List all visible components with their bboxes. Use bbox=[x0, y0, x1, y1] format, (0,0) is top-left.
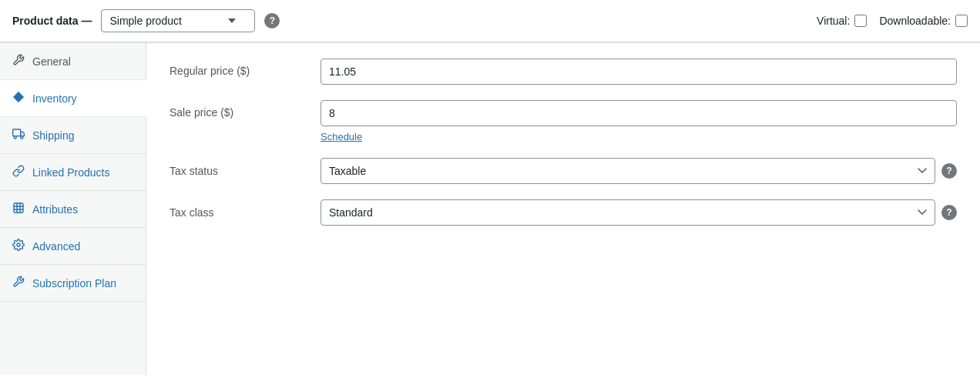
virtual-checkbox[interactable] bbox=[854, 15, 867, 27]
product-data-label: Product data — bbox=[12, 15, 92, 27]
sidebar-item-label: General bbox=[32, 55, 71, 68]
tax-status-label: Tax status bbox=[169, 165, 308, 177]
sidebar-item-subscription-plan[interactable]: Subscription Plan bbox=[0, 265, 146, 302]
sale-price-row: Sale price ($) Schedule bbox=[169, 100, 957, 142]
tax-class-select[interactable]: Standard Reduced rate Zero rate bbox=[321, 199, 935, 226]
regular-price-label: Regular price ($) bbox=[169, 59, 308, 77]
schedule-link[interactable]: Schedule bbox=[321, 131, 957, 142]
regular-price-input[interactable] bbox=[321, 59, 957, 85]
sidebar-item-shipping[interactable]: Shipping bbox=[0, 117, 146, 154]
sidebar-item-label: Shipping bbox=[32, 129, 75, 142]
sidebar-item-label: Advanced bbox=[32, 240, 80, 253]
tax-class-help-icon[interactable]: ? bbox=[941, 205, 957, 220]
tax-class-row: Tax class Standard Reduced rate Zero rat… bbox=[169, 199, 957, 226]
tax-status-select[interactable]: Taxable Shipping only None bbox=[321, 158, 935, 184]
regular-price-row: Regular price ($) bbox=[169, 59, 957, 85]
svg-point-3 bbox=[21, 136, 23, 139]
help-icon[interactable]: ? bbox=[264, 13, 280, 28]
virtual-downloadable-group: Virtual: Downloadable: bbox=[817, 15, 968, 27]
svg-point-9 bbox=[17, 243, 20, 246]
downloadable-checkbox-group: Downloadable: bbox=[879, 15, 968, 27]
content-area: Regular price ($) Sale price ($) Schedul… bbox=[146, 43, 980, 375]
product-data-header: Product data — Simple product ? Virtual:… bbox=[0, 0, 980, 42]
chevron-down-icon bbox=[228, 18, 236, 23]
sale-price-label: Sale price ($) bbox=[169, 100, 308, 119]
virtual-label: Virtual: bbox=[817, 15, 850, 27]
downloadable-checkbox[interactable] bbox=[955, 15, 968, 27]
sidebar-item-advanced[interactable]: Advanced bbox=[0, 228, 146, 265]
sale-price-input-wrap: Schedule bbox=[321, 100, 957, 142]
svg-rect-1 bbox=[13, 129, 21, 136]
tax-class-select-wrap: Standard Reduced rate Zero rate ? bbox=[321, 199, 957, 226]
svg-rect-4 bbox=[14, 203, 23, 213]
wrench-icon bbox=[12, 54, 25, 69]
sidebar-item-label: Inventory bbox=[32, 92, 77, 105]
svg-marker-0 bbox=[13, 92, 23, 102]
product-type-select[interactable]: Simple product bbox=[101, 9, 255, 32]
sidebar-item-linked-products[interactable]: Linked Products bbox=[0, 154, 146, 191]
tax-status-row: Tax status Taxable Shipping only None ? bbox=[169, 158, 957, 184]
virtual-checkbox-group: Virtual: bbox=[817, 15, 867, 27]
tax-class-label: Tax class bbox=[169, 206, 308, 219]
wrench-icon-sub bbox=[12, 276, 25, 290]
sidebar-item-general[interactable]: General bbox=[0, 43, 146, 80]
sidebar-item-attributes[interactable]: Attributes bbox=[0, 191, 146, 228]
downloadable-label: Downloadable: bbox=[879, 15, 951, 27]
sale-price-input[interactable] bbox=[321, 100, 957, 126]
sidebar: General Inventory Shipping bbox=[0, 43, 146, 375]
main-content: General Inventory Shipping bbox=[0, 42, 980, 375]
table-icon bbox=[12, 202, 25, 216]
diamond-icon bbox=[12, 91, 25, 105]
regular-price-input-wrap bbox=[321, 59, 957, 85]
sidebar-item-label: Linked Products bbox=[32, 166, 109, 179]
tax-status-select-wrap: Taxable Shipping only None ? bbox=[321, 158, 957, 184]
sidebar-item-label: Attributes bbox=[32, 203, 78, 216]
product-type-value: Simple product bbox=[109, 15, 181, 27]
truck-icon bbox=[12, 128, 25, 142]
tax-status-help-icon[interactable]: ? bbox=[941, 163, 957, 179]
sidebar-item-inventory[interactable]: Inventory bbox=[0, 80, 146, 117]
svg-point-2 bbox=[14, 136, 16, 139]
gear-icon bbox=[12, 239, 25, 253]
sidebar-item-label: Subscription Plan bbox=[32, 277, 116, 290]
link-icon bbox=[12, 165, 25, 179]
